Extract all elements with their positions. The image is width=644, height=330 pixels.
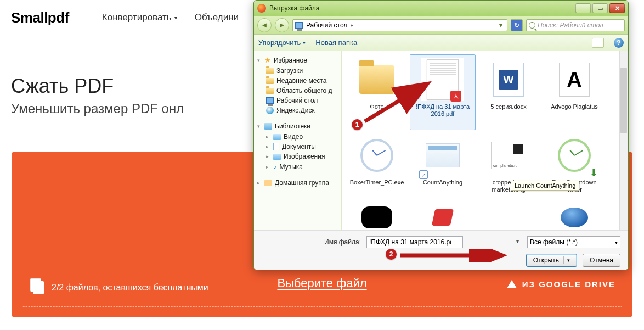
scroll-thumb[interactable] — [620, 68, 627, 133]
file-tile-partial[interactable] — [344, 206, 410, 228]
tree-documents[interactable]: ▸Документы — [256, 142, 339, 152]
breadcrumb[interactable]: Рабочий стол — [306, 21, 347, 29]
file-tile-boxertimer[interactable]: BoxerTimer_PC.exe — [344, 130, 410, 206]
tree-video[interactable]: ▸Видео — [256, 132, 339, 142]
file-tile-partial[interactable] — [476, 206, 541, 228]
file-tile-countanything[interactable]: ↗ CountAnything — [410, 130, 476, 206]
favorites-label: Избранное — [274, 57, 307, 64]
help-icon[interactable]: ? — [614, 38, 624, 48]
annotation-marker-1: 1 — [352, 119, 363, 130]
choose-file-link[interactable]: Выберите файл — [277, 276, 366, 290]
close-button[interactable]: ✕ — [609, 3, 625, 13]
file-tile-cropped-png[interactable]: complaneta.ru cropped-pc-market1.png — [476, 130, 541, 206]
view-options-button[interactable] — [592, 38, 604, 48]
filename-input[interactable] — [366, 236, 463, 248]
quota-info: 2/2 файлов, оставшихся бесплатными — [33, 281, 208, 294]
download-arrow-icon: ⬇ — [590, 167, 598, 179]
search-placeholder: Поиск: Рабочий стол — [538, 21, 603, 29]
star-icon: ★ — [264, 56, 271, 64]
file-tile-pdf[interactable]: 人 !ПФХД на 31 марта 2016.pdf — [410, 54, 476, 130]
file-tile-countdown[interactable]: ⬇ Free Countdown Timer — [541, 130, 607, 206]
breadcrumb-chevron-icon[interactable]: ▸ — [351, 22, 353, 28]
chevron-down-icon[interactable]: ▾ — [516, 238, 519, 244]
window-buttons: — ▭ ✕ — [575, 3, 625, 13]
nav-convert[interactable]: Конвертировать ▾ — [102, 12, 177, 23]
pictures-icon — [273, 154, 281, 160]
file-tile-partial[interactable] — [410, 206, 476, 228]
chevron-down-icon: ▾ — [303, 40, 306, 46]
dialog-body: ▾★Избранное Загрузки Недавние места Обла… — [254, 51, 628, 230]
file-tile-app-advego[interactable]: A Advego Plagiatus — [541, 54, 607, 130]
tree-yadisk[interactable]: Яндекс.Диск — [256, 105, 339, 115]
tree-libraries[interactable]: ▾Библиотеки — [256, 121, 339, 132]
file-label: BoxerTimer_PC.exe — [348, 179, 406, 186]
yandex-disk-icon — [266, 107, 274, 114]
tree-recent[interactable]: Недавние места — [256, 76, 339, 86]
filetype-combo[interactable]: Все файлы (*.*) ▾ — [527, 236, 620, 248]
libraries-label: Библиотеки — [275, 122, 310, 130]
dialog-title: Выгрузка файла — [269, 4, 575, 12]
tree-desktop[interactable]: Рабочий стол — [256, 96, 339, 105]
organize-menu[interactable]: Упорядочить ▾ — [258, 38, 306, 47]
from-google-drive[interactable]: ИЗ GOOGLE DRIVE — [507, 279, 615, 289]
folder-icon — [266, 88, 274, 94]
pdf-thumb-icon: 人 — [427, 59, 459, 100]
search-input[interactable]: Поиск: Рабочий стол — [526, 19, 625, 31]
new-folder-button[interactable]: Новая папка — [315, 38, 357, 47]
shortcut-icon: ↗ — [419, 170, 428, 179]
file-tile-folder[interactable]: Фото — [344, 54, 410, 130]
desktop-icon — [295, 22, 303, 29]
file-list[interactable]: Фото 人 !ПФХД на 31 марта 2016.pdf W 5 се… — [342, 51, 628, 230]
app-icon — [426, 143, 460, 167]
nav-back-button[interactable]: ◄ — [257, 18, 272, 32]
folder-icon — [266, 68, 274, 74]
open-button[interactable]: Открыть ▾ — [526, 254, 577, 267]
document-icon — [273, 143, 279, 150]
maximize-button[interactable]: ▭ — [592, 3, 608, 13]
nav-merge[interactable]: Объедини — [195, 12, 239, 23]
file-label: !ПФХД на 31 марта 2016.pdf — [410, 103, 475, 118]
tree-homegroup[interactable]: ▸Домашняя группа — [256, 177, 339, 188]
homegroup-label: Домашняя группа — [275, 179, 329, 187]
chevron-down-icon: ▾ — [174, 15, 177, 21]
pdf-badge-icon: 人 — [450, 91, 461, 102]
minimize-button[interactable]: — — [575, 3, 591, 13]
music-icon: ♪ — [273, 163, 277, 171]
filetype-label: Все файлы (*.*) — [530, 238, 578, 246]
dialog-footer: Имя файла: ▾ Все файлы (*.*) ▾ Открыть ▾… — [254, 230, 628, 270]
filename-label: Имя файла: — [324, 238, 361, 246]
address-dropdown-icon[interactable]: ▾ — [497, 21, 505, 29]
file-tile-docx[interactable]: W 5 серия.docx — [476, 54, 541, 130]
logo: Smallpdf — [11, 9, 69, 26]
quota-text: 2/2 файлов, оставшихся бесплатными — [52, 283, 208, 293]
file-tile-partial[interactable] — [541, 206, 607, 228]
documents-icon — [33, 281, 44, 294]
gdrive-label: ИЗ GOOGLE DRIVE — [522, 279, 615, 289]
search-icon — [529, 22, 535, 29]
refresh-button[interactable]: ↻ — [511, 19, 523, 31]
firefox-icon — [257, 4, 266, 13]
clock-icon — [360, 139, 393, 172]
dialog-titlebar[interactable]: Выгрузка файла — ▭ ✕ — [254, 1, 628, 16]
tree-downloads[interactable]: Загрузки — [256, 66, 339, 76]
folder-icon — [266, 78, 274, 84]
tooltip: Launch CountAnything — [511, 181, 579, 191]
scrollbar[interactable] — [619, 51, 628, 230]
cancel-button[interactable]: Отмена — [583, 254, 620, 267]
app-icon: A — [559, 63, 590, 97]
file-label: Фото — [368, 103, 386, 110]
app-icon — [427, 206, 458, 228]
tree-shared[interactable]: Область общего д — [256, 86, 339, 96]
nav-forward-button[interactable]: ► — [275, 18, 289, 32]
word-icon: W — [493, 63, 524, 97]
file-open-dialog: Выгрузка файла — ▭ ✕ ◄ ► Рабочий стол ▸ … — [253, 0, 629, 270]
cancel-label: Отмена — [590, 256, 613, 264]
tree-favorites[interactable]: ▾★Избранное — [256, 54, 339, 66]
tree-pictures[interactable]: ▸Изображения — [256, 152, 339, 161]
dialog-navbar: ◄ ► Рабочий стол ▸ ▾ ↻ Поиск: Рабочий ст… — [254, 16, 628, 35]
nav-convert-label: Конвертировать — [102, 12, 172, 23]
chevron-down-icon: ▾ — [567, 258, 570, 263]
tree-music[interactable]: ▸♪Музыка — [256, 161, 339, 172]
desktop-icon — [266, 97, 274, 104]
address-bar[interactable]: Рабочий стол ▸ ▾ — [292, 19, 507, 31]
